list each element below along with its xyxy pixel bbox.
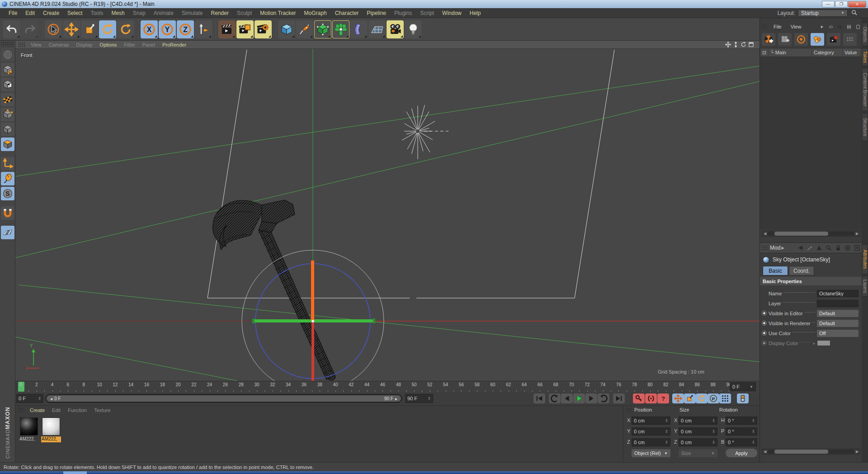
minimize-button[interactable]: —	[822, 1, 835, 8]
menu-window[interactable]: Window	[438, 10, 466, 16]
make-editable-button[interactable]	[1, 48, 14, 62]
menu-help[interactable]: Help	[466, 10, 485, 16]
add-cube-primitive-button[interactable]	[278, 20, 295, 38]
key-scale-button[interactable]	[684, 393, 696, 403]
next-key-button[interactable]	[598, 393, 609, 403]
range-right-arrow[interactable]: ▸	[395, 396, 397, 401]
magnet-tool-button[interactable]	[1, 206, 14, 220]
rotate-tool-button[interactable]	[99, 20, 116, 38]
column-header-main[interactable]: └ Main	[769, 48, 812, 57]
takes-options-button[interactable]	[843, 33, 857, 46]
back-icon[interactable]	[797, 245, 803, 251]
material-menu-edit[interactable]: Edit	[48, 408, 64, 413]
attribute-grip[interactable]	[762, 245, 768, 251]
takes-menu-grip[interactable]	[762, 24, 767, 29]
render-picture-viewer-button[interactable]	[236, 20, 254, 38]
add-box-icon[interactable]	[854, 245, 860, 251]
menu-create[interactable]: Create	[39, 10, 63, 16]
live-selection-button[interactable]	[45, 20, 62, 38]
apply-button[interactable]: Apply	[726, 449, 757, 457]
bend-deformer-button[interactable]	[350, 20, 368, 38]
record-keyframe-button[interactable]	[633, 393, 645, 403]
spline-pen-button[interactable]	[296, 20, 313, 38]
spinner-arrows[interactable]: ⇕	[665, 429, 668, 434]
key-rotation-button[interactable]	[696, 393, 708, 403]
name-input[interactable]: OctaneSky	[817, 290, 859, 297]
menu-motion-tracker[interactable]: Motion Tracker	[256, 10, 300, 16]
spinner-arrows[interactable]: ⇕	[751, 429, 755, 434]
camera-object-button[interactable]	[387, 20, 404, 38]
search-icon[interactable]	[826, 245, 832, 251]
spinner-arrows[interactable]: ⇕	[665, 440, 668, 445]
range-slider[interactable]: ◂ 0 F 90 F ▸	[45, 394, 402, 403]
snap-mode-button[interactable]: S	[1, 187, 14, 200]
undo-button[interactable]	[3, 20, 20, 38]
search-icon[interactable]	[851, 9, 857, 17]
menu-mograph[interactable]: MoGraph	[300, 10, 331, 16]
position-z-field[interactable]: 0 cm⇕	[632, 438, 670, 446]
radio-icon[interactable]	[762, 341, 767, 346]
current-take-button[interactable]	[811, 33, 824, 46]
rotation-p-field[interactable]: 0 °⇕	[726, 427, 757, 436]
play-button[interactable]	[573, 393, 585, 403]
sidebar-grip[interactable]	[1, 42, 14, 46]
points-mode-button[interactable]	[1, 108, 14, 121]
takes-menu-file[interactable]: File	[769, 24, 786, 29]
viewport-menu-view[interactable]: View	[27, 42, 45, 47]
menu-select[interactable]: Select	[63, 10, 86, 16]
workplane-mode-button[interactable]	[1, 226, 14, 239]
menu-sculpt[interactable]: Sculpt	[233, 10, 256, 16]
menu-tools[interactable]: Tools	[86, 10, 107, 16]
tweak-mode-button[interactable]	[1, 172, 14, 185]
takes-menu-view[interactable]: View	[786, 24, 806, 29]
range-start-field[interactable]: 0 F ⇕	[16, 394, 43, 403]
side-tab-takes[interactable]: Takes	[862, 48, 868, 66]
material-swatch[interactable]	[20, 417, 38, 436]
viewport-menu-options[interactable]: Options	[96, 42, 120, 47]
key-pla-button[interactable]	[719, 393, 731, 403]
maximize-button[interactable]: ❐	[835, 1, 848, 8]
next-frame-button[interactable]	[585, 393, 597, 403]
layout-split-icon[interactable]	[844, 24, 851, 30]
lock-z-axis-button[interactable]: Z	[177, 20, 194, 38]
keyframe-presets-button[interactable]	[737, 393, 749, 403]
layer-input[interactable]	[817, 300, 859, 307]
menu-simulate[interactable]: Simulate	[178, 10, 207, 16]
side-tab-structure[interactable]: Structure	[862, 113, 868, 141]
menu-mesh[interactable]: Mesh	[107, 10, 128, 16]
close-button[interactable]: ×	[848, 1, 866, 8]
material-menu-create[interactable]: Create	[26, 408, 48, 413]
range-end-field[interactable]: 90 F ⇕	[405, 394, 433, 403]
menu-animate[interactable]: Animate	[150, 10, 178, 16]
play-icon[interactable]	[817, 24, 824, 30]
zoom-view-icon[interactable]	[732, 41, 740, 48]
rotation-h-field[interactable]: 0 °⇕	[726, 417, 757, 425]
layout-full-icon[interactable]	[854, 24, 860, 30]
spinner-arrows[interactable]: ⇕	[712, 440, 715, 445]
light-object-button[interactable]	[405, 20, 422, 38]
eye-icon[interactable]	[826, 24, 833, 30]
column-header-category[interactable]: Category	[812, 48, 843, 57]
coordinate-system-button[interactable]	[195, 20, 212, 38]
material-menu-function[interactable]: Function	[64, 408, 90, 413]
mograph-cloner-button[interactable]	[332, 20, 349, 38]
spinner-arrows[interactable]: ⇕	[751, 440, 755, 445]
column-header-value[interactable]: Value	[843, 48, 861, 57]
spinner-arrows[interactable]: ⇕	[712, 418, 715, 423]
visible-in-renderer-button[interactable]: Default	[817, 320, 859, 327]
rotation-b-field[interactable]: 0 °⇕	[726, 438, 757, 446]
material-label[interactable]: AM222,	[41, 436, 61, 442]
material-menu-texture[interactable]: Texture	[90, 408, 114, 413]
timeline-ruler[interactable]: 0246810121416182022242628303234363840424…	[15, 381, 760, 393]
subdivision-surface-button[interactable]	[314, 20, 331, 38]
viewport-menu-display[interactable]: Display	[72, 42, 96, 47]
viewport-menu-grip[interactable]	[18, 42, 25, 47]
search-icon[interactable]	[835, 24, 842, 30]
goto-start-button[interactable]	[533, 393, 545, 403]
rotate-view-icon[interactable]	[740, 41, 747, 48]
lock-y-axis-button[interactable]: Y	[159, 20, 176, 38]
layout-dropdown[interactable]: Startup ▼	[798, 9, 848, 17]
scale-tool-button[interactable]	[81, 20, 98, 38]
viewport-menu-panel[interactable]: Panel	[139, 42, 159, 47]
use-color-button[interactable]: Off	[817, 330, 859, 337]
